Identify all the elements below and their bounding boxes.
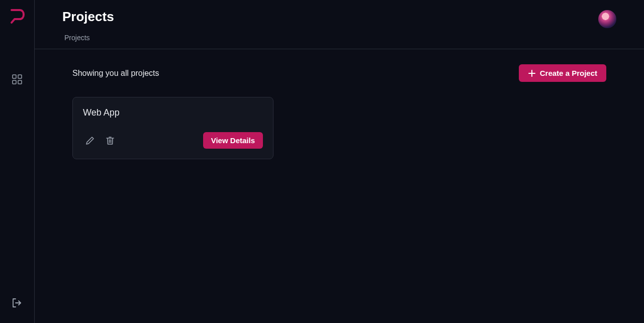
content-area: Showing you all projects Create a Projec…: [35, 49, 644, 174]
create-project-label: Create a Project: [540, 69, 597, 77]
main-content: Projects Projects Showing you all projec…: [35, 0, 644, 323]
svg-rect-3: [18, 80, 22, 84]
plus-icon: [528, 69, 536, 77]
breadcrumb[interactable]: Projects: [62, 34, 114, 42]
page-header: Projects Projects: [35, 0, 644, 49]
svg-rect-0: [13, 75, 16, 78]
logout-icon: [12, 297, 23, 308]
content-subtitle: Showing you all projects: [72, 69, 159, 78]
project-actions: View Details: [83, 132, 263, 149]
grid-icon: [12, 74, 22, 84]
create-project-button[interactable]: Create a Project: [519, 64, 606, 82]
project-icons: [83, 136, 115, 146]
view-details-button[interactable]: View Details: [203, 132, 263, 149]
project-grid: Web App: [57, 97, 621, 159]
svg-rect-2: [13, 80, 16, 84]
app-logo[interactable]: [10, 9, 25, 29]
page-title: Projects: [62, 9, 114, 25]
avatar[interactable]: [598, 10, 616, 28]
project-title: Web App: [83, 107, 263, 118]
content-header: Showing you all projects Create a Projec…: [57, 64, 621, 82]
sidebar: [0, 0, 35, 323]
svg-rect-1: [18, 75, 22, 78]
header-left: Projects Projects: [62, 9, 114, 42]
edit-project-button[interactable]: [85, 136, 95, 146]
pencil-icon: [85, 136, 95, 146]
delete-project-button[interactable]: [105, 136, 115, 146]
sidebar-item-dashboard[interactable]: [7, 69, 27, 89]
sidebar-item-logout[interactable]: [7, 293, 27, 313]
project-card: Web App: [72, 97, 273, 159]
sidebar-nav: [7, 69, 27, 293]
trash-icon: [105, 136, 115, 146]
